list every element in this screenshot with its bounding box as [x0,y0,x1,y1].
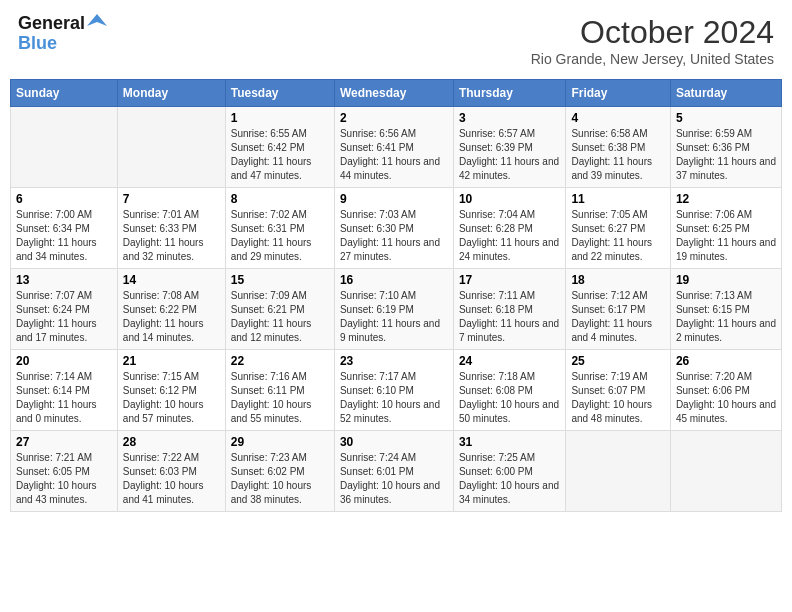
day-info: Sunrise: 7:00 AMSunset: 6:34 PMDaylight:… [16,208,112,264]
calendar-cell: 6Sunrise: 7:00 AMSunset: 6:34 PMDaylight… [11,188,118,269]
calendar-cell: 5Sunrise: 6:59 AMSunset: 6:36 PMDaylight… [670,107,781,188]
day-info: Sunrise: 7:01 AMSunset: 6:33 PMDaylight:… [123,208,220,264]
calendar-cell: 29Sunrise: 7:23 AMSunset: 6:02 PMDayligh… [225,431,334,512]
calendar-cell: 22Sunrise: 7:16 AMSunset: 6:11 PMDayligh… [225,350,334,431]
day-number: 21 [123,354,220,368]
day-number: 12 [676,192,776,206]
day-number: 28 [123,435,220,449]
calendar-cell: 14Sunrise: 7:08 AMSunset: 6:22 PMDayligh… [117,269,225,350]
calendar-week-row: 1Sunrise: 6:55 AMSunset: 6:42 PMDaylight… [11,107,782,188]
day-number: 2 [340,111,448,125]
logo-bird-icon [87,12,107,32]
calendar-cell [117,107,225,188]
day-info: Sunrise: 7:18 AMSunset: 6:08 PMDaylight:… [459,370,560,426]
day-info: Sunrise: 7:11 AMSunset: 6:18 PMDaylight:… [459,289,560,345]
day-info: Sunrise: 7:05 AMSunset: 6:27 PMDaylight:… [571,208,664,264]
calendar-cell: 17Sunrise: 7:11 AMSunset: 6:18 PMDayligh… [453,269,565,350]
day-info: Sunrise: 6:55 AMSunset: 6:42 PMDaylight:… [231,127,329,183]
calendar-cell [11,107,118,188]
calendar-week-row: 27Sunrise: 7:21 AMSunset: 6:05 PMDayligh… [11,431,782,512]
day-number: 20 [16,354,112,368]
calendar-cell: 12Sunrise: 7:06 AMSunset: 6:25 PMDayligh… [670,188,781,269]
calendar-cell: 30Sunrise: 7:24 AMSunset: 6:01 PMDayligh… [334,431,453,512]
calendar-cell: 31Sunrise: 7:25 AMSunset: 6:00 PMDayligh… [453,431,565,512]
day-info: Sunrise: 7:24 AMSunset: 6:01 PMDaylight:… [340,451,448,507]
title-section: October 2024 Rio Grande, New Jersey, Uni… [531,14,774,67]
day-info: Sunrise: 7:07 AMSunset: 6:24 PMDaylight:… [16,289,112,345]
day-number: 18 [571,273,664,287]
calendar-cell: 13Sunrise: 7:07 AMSunset: 6:24 PMDayligh… [11,269,118,350]
calendar-cell: 4Sunrise: 6:58 AMSunset: 6:38 PMDaylight… [566,107,670,188]
header-saturday: Saturday [670,80,781,107]
day-number: 11 [571,192,664,206]
header-sunday: Sunday [11,80,118,107]
day-info: Sunrise: 7:12 AMSunset: 6:17 PMDaylight:… [571,289,664,345]
calendar-cell: 3Sunrise: 6:57 AMSunset: 6:39 PMDaylight… [453,107,565,188]
day-info: Sunrise: 6:59 AMSunset: 6:36 PMDaylight:… [676,127,776,183]
calendar-cell: 27Sunrise: 7:21 AMSunset: 6:05 PMDayligh… [11,431,118,512]
calendar-cell: 25Sunrise: 7:19 AMSunset: 6:07 PMDayligh… [566,350,670,431]
header-thursday: Thursday [453,80,565,107]
calendar-cell: 7Sunrise: 7:01 AMSunset: 6:33 PMDaylight… [117,188,225,269]
day-info: Sunrise: 7:14 AMSunset: 6:14 PMDaylight:… [16,370,112,426]
day-info: Sunrise: 7:20 AMSunset: 6:06 PMDaylight:… [676,370,776,426]
day-number: 26 [676,354,776,368]
calendar-cell: 19Sunrise: 7:13 AMSunset: 6:15 PMDayligh… [670,269,781,350]
day-number: 8 [231,192,329,206]
calendar-cell: 2Sunrise: 6:56 AMSunset: 6:41 PMDaylight… [334,107,453,188]
day-info: Sunrise: 6:58 AMSunset: 6:38 PMDaylight:… [571,127,664,183]
day-number: 27 [16,435,112,449]
page-header: General Blue October 2024 Rio Grande, Ne… [10,10,782,71]
calendar-cell: 16Sunrise: 7:10 AMSunset: 6:19 PMDayligh… [334,269,453,350]
day-info: Sunrise: 7:06 AMSunset: 6:25 PMDaylight:… [676,208,776,264]
header-friday: Friday [566,80,670,107]
location-text: Rio Grande, New Jersey, United States [531,51,774,67]
day-number: 1 [231,111,329,125]
day-number: 15 [231,273,329,287]
calendar-cell [566,431,670,512]
day-info: Sunrise: 7:08 AMSunset: 6:22 PMDaylight:… [123,289,220,345]
day-number: 17 [459,273,560,287]
day-info: Sunrise: 6:56 AMSunset: 6:41 PMDaylight:… [340,127,448,183]
day-number: 23 [340,354,448,368]
day-info: Sunrise: 7:02 AMSunset: 6:31 PMDaylight:… [231,208,329,264]
logo-text-blue: Blue [18,34,57,54]
day-number: 13 [16,273,112,287]
month-title: October 2024 [531,14,774,51]
day-number: 5 [676,111,776,125]
calendar-cell: 11Sunrise: 7:05 AMSunset: 6:27 PMDayligh… [566,188,670,269]
day-info: Sunrise: 7:21 AMSunset: 6:05 PMDaylight:… [16,451,112,507]
calendar-cell: 10Sunrise: 7:04 AMSunset: 6:28 PMDayligh… [453,188,565,269]
day-number: 10 [459,192,560,206]
calendar-cell: 23Sunrise: 7:17 AMSunset: 6:10 PMDayligh… [334,350,453,431]
header-wednesday: Wednesday [334,80,453,107]
day-info: Sunrise: 7:16 AMSunset: 6:11 PMDaylight:… [231,370,329,426]
day-number: 31 [459,435,560,449]
calendar-cell: 8Sunrise: 7:02 AMSunset: 6:31 PMDaylight… [225,188,334,269]
calendar-week-row: 13Sunrise: 7:07 AMSunset: 6:24 PMDayligh… [11,269,782,350]
day-info: Sunrise: 7:03 AMSunset: 6:30 PMDaylight:… [340,208,448,264]
day-info: Sunrise: 7:09 AMSunset: 6:21 PMDaylight:… [231,289,329,345]
day-number: 29 [231,435,329,449]
day-info: Sunrise: 7:19 AMSunset: 6:07 PMDaylight:… [571,370,664,426]
day-info: Sunrise: 7:17 AMSunset: 6:10 PMDaylight:… [340,370,448,426]
header-tuesday: Tuesday [225,80,334,107]
day-info: Sunrise: 7:23 AMSunset: 6:02 PMDaylight:… [231,451,329,507]
day-info: Sunrise: 7:13 AMSunset: 6:15 PMDaylight:… [676,289,776,345]
day-info: Sunrise: 7:25 AMSunset: 6:00 PMDaylight:… [459,451,560,507]
header-monday: Monday [117,80,225,107]
calendar-cell: 18Sunrise: 7:12 AMSunset: 6:17 PMDayligh… [566,269,670,350]
day-number: 24 [459,354,560,368]
calendar-cell [670,431,781,512]
calendar-cell: 20Sunrise: 7:14 AMSunset: 6:14 PMDayligh… [11,350,118,431]
day-number: 7 [123,192,220,206]
calendar-cell: 26Sunrise: 7:20 AMSunset: 6:06 PMDayligh… [670,350,781,431]
day-number: 22 [231,354,329,368]
calendar-cell: 1Sunrise: 6:55 AMSunset: 6:42 PMDaylight… [225,107,334,188]
calendar-week-row: 20Sunrise: 7:14 AMSunset: 6:14 PMDayligh… [11,350,782,431]
calendar-cell: 24Sunrise: 7:18 AMSunset: 6:08 PMDayligh… [453,350,565,431]
day-number: 19 [676,273,776,287]
calendar-cell: 28Sunrise: 7:22 AMSunset: 6:03 PMDayligh… [117,431,225,512]
day-number: 3 [459,111,560,125]
day-info: Sunrise: 7:04 AMSunset: 6:28 PMDaylight:… [459,208,560,264]
